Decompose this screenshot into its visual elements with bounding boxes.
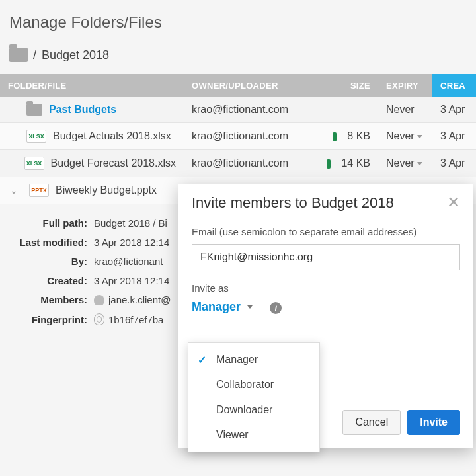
- invite-modal: Invite members to Budget 2018 ✕ Email (u…: [178, 184, 473, 448]
- role-option-manager[interactable]: Manager: [188, 347, 319, 372]
- owner-cell: krao@fictionant.com: [184, 150, 316, 177]
- cancel-button[interactable]: Cancel: [342, 410, 401, 435]
- detail-value: Budget 2018 / Bi: [94, 218, 167, 229]
- table-row[interactable]: XLSX Budget Forecast 2018.xlsx krao@fict…: [0, 150, 476, 177]
- breadcrumb-sep: /: [33, 48, 36, 62]
- chevron-down-icon[interactable]: ⌄: [8, 184, 20, 196]
- user-icon: [94, 295, 104, 305]
- created-cell: 3 Apr: [432, 150, 476, 177]
- role-dropdown: Manager Collaborator Downloader Viewer: [188, 342, 320, 452]
- col-file[interactable]: FOLDER/FILE: [0, 74, 184, 97]
- chevron-down-icon: [417, 162, 422, 165]
- info-icon[interactable]: i: [270, 302, 282, 314]
- invite-as-label: Invite as: [192, 282, 460, 294]
- breadcrumb-folder: Budget 2018: [42, 48, 109, 62]
- status-pill: [327, 159, 331, 169]
- role-option-collaborator[interactable]: Collaborator: [188, 372, 319, 397]
- file-name[interactable]: Budget Actuals 2018.xlsx: [53, 130, 171, 142]
- role-option-downloader[interactable]: Downloader: [188, 397, 319, 422]
- fingerprint-icon: [94, 313, 104, 325]
- email-label: Email (use semicolon to separate email a…: [192, 226, 460, 237]
- detail-label: Full path:: [9, 218, 94, 229]
- role-selector[interactable]: Manager: [192, 300, 253, 314]
- modal-title: Invite members to Budget 2018: [192, 194, 394, 212]
- email-input[interactable]: [192, 244, 460, 270]
- file-name[interactable]: Past Budgets: [49, 104, 116, 116]
- status-pill: [333, 132, 337, 141]
- file-name[interactable]: Budget Forecast 2018.xlsx: [51, 157, 176, 169]
- col-owner[interactable]: OWNER/UPLOADER: [184, 74, 316, 97]
- detail-label: Last modified:: [9, 237, 94, 248]
- breadcrumb[interactable]: / Budget 2018: [0, 42, 476, 74]
- detail-label: By:: [9, 256, 94, 267]
- detail-label: Members:: [9, 294, 94, 305]
- detail-label: Created:: [9, 275, 94, 286]
- expiry-cell[interactable]: Never: [378, 150, 432, 177]
- size-cell: [316, 97, 378, 123]
- chevron-down-icon: [247, 305, 253, 309]
- detail-value: jane.k.client@: [108, 294, 171, 305]
- detail-value: 1b16f7ef7ba: [108, 314, 163, 325]
- table-row[interactable]: Past Budgets krao@fictionant.com Never 3…: [0, 97, 476, 123]
- page-title: Manage Folders/Files: [0, 0, 476, 42]
- col-expiry[interactable]: EXPIRY: [378, 74, 432, 97]
- pptx-icon: PPTX: [29, 184, 49, 197]
- detail-value: krao@fictionant: [94, 256, 163, 267]
- file-name[interactable]: Biweekly Budget.pptx: [56, 184, 157, 196]
- detail-label: Fingerprint:: [9, 314, 94, 325]
- col-created[interactable]: CREA: [432, 74, 476, 97]
- chevron-down-icon: [417, 135, 422, 138]
- table-row[interactable]: XLSX Budget Actuals 2018.xlsx krao@ficti…: [0, 123, 476, 150]
- expiry-cell[interactable]: Never: [378, 123, 432, 150]
- created-cell: 3 Apr: [432, 123, 476, 150]
- xlsx-icon: XLSX: [26, 130, 46, 143]
- expiry-cell: Never: [378, 97, 432, 123]
- detail-value: 3 Apr 2018 12:14: [94, 237, 169, 248]
- role-option-viewer[interactable]: Viewer: [188, 422, 319, 448]
- col-size[interactable]: SIZE: [316, 74, 378, 97]
- folder-icon: [9, 48, 28, 62]
- size-cell: 8 KB: [316, 123, 378, 150]
- detail-value: 3 Apr 2018 12:14: [94, 275, 169, 286]
- owner-cell: krao@fictionant.com: [184, 97, 316, 123]
- owner-cell: krao@fictionant.com: [184, 123, 316, 150]
- xlsx-icon: XLSX: [24, 157, 44, 170]
- close-icon[interactable]: ✕: [447, 194, 460, 210]
- created-cell: 3 Apr: [432, 97, 476, 123]
- folder-icon: [26, 104, 42, 116]
- selected-role: Manager: [192, 300, 241, 314]
- size-cell: 14 KB: [316, 150, 378, 177]
- invite-button[interactable]: Invite: [407, 410, 460, 435]
